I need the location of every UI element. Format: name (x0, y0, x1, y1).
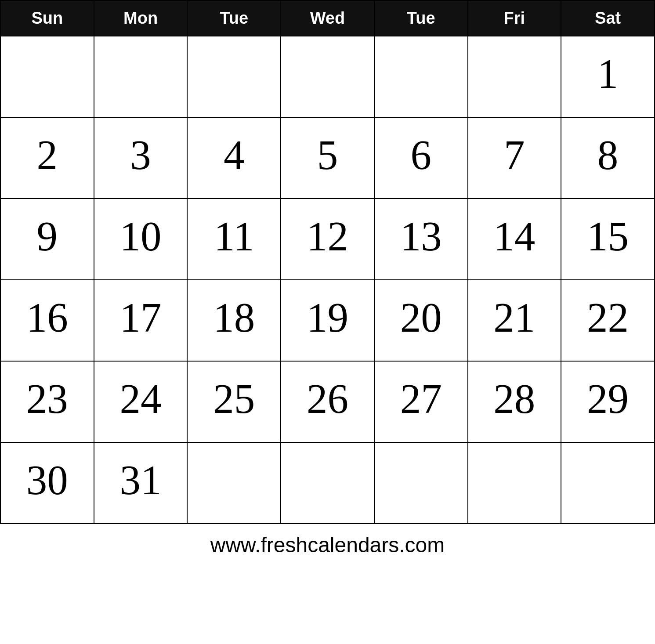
calendar-cell-0-2 (187, 36, 281, 117)
calendar-cell-5-0: 30 (0, 442, 94, 524)
day-number-4: 4 (195, 131, 272, 179)
calendar-cell-3-4: 20 (374, 280, 468, 361)
calendar-cell-5-2 (187, 442, 281, 524)
calendar-cell-4-0: 23 (0, 361, 94, 442)
header-day-mon-1: Mon (94, 0, 188, 36)
day-number-24: 24 (102, 375, 179, 423)
day-number-8: 8 (569, 131, 646, 179)
calendar-cell-0-6: 1 (561, 36, 655, 117)
week-row-1: 2345678 (0, 117, 655, 199)
day-number-9: 9 (9, 212, 86, 260)
calendar-cell-5-6 (561, 442, 655, 524)
calendar-cell-3-2: 18 (187, 280, 281, 361)
calendar-cell-0-4 (374, 36, 468, 117)
week-row-2: 9101112131415 (0, 199, 655, 280)
day-number-27: 27 (383, 375, 460, 423)
calendar-cell-4-3: 26 (281, 361, 374, 442)
day-number-31: 31 (102, 456, 179, 504)
day-number-20: 20 (383, 293, 460, 342)
day-number-21: 21 (476, 293, 553, 342)
calendar-cell-1-0: 2 (0, 117, 94, 199)
day-number-3: 3 (102, 131, 179, 179)
calendar-cell-5-5 (468, 442, 561, 524)
calendar-cell-5-1: 31 (94, 442, 188, 524)
day-number-22: 22 (569, 293, 646, 342)
day-number-7: 7 (476, 131, 553, 179)
calendar-cell-1-4: 6 (374, 117, 468, 199)
calendar-cell-1-3: 5 (281, 117, 374, 199)
day-number-18: 18 (195, 293, 272, 342)
week-row-0: 1 (0, 36, 655, 117)
calendar-container: SunMonTueWedTueFriSat 123456789101112131… (0, 0, 655, 561)
calendar-cell-4-6: 29 (561, 361, 655, 442)
calendar-cell-5-4 (374, 442, 468, 524)
day-number-26: 26 (289, 375, 366, 423)
calendar-cell-1-1: 3 (94, 117, 188, 199)
day-number-29: 29 (569, 375, 646, 423)
calendar-cell-1-2: 4 (187, 117, 281, 199)
day-number-19: 19 (289, 293, 366, 342)
calendar-cell-3-6: 22 (561, 280, 655, 361)
calendar-cell-4-1: 24 (94, 361, 188, 442)
calendar-cell-3-5: 21 (468, 280, 561, 361)
day-number-6: 6 (383, 131, 460, 179)
calendar-cell-1-5: 7 (468, 117, 561, 199)
calendar-cell-2-0: 9 (0, 199, 94, 280)
calendar-cell-3-3: 19 (281, 280, 374, 361)
calendar-cell-5-3 (281, 442, 374, 524)
day-number-10: 10 (102, 212, 179, 260)
day-number-2: 2 (9, 131, 86, 179)
day-number-25: 25 (195, 375, 272, 423)
calendar-cell-0-0 (0, 36, 94, 117)
day-number-12: 12 (289, 212, 366, 260)
calendar-cell-1-6: 8 (561, 117, 655, 199)
calendar-cell-2-2: 11 (187, 199, 281, 280)
calendar-cell-2-5: 14 (468, 199, 561, 280)
week-row-3: 16171819202122 (0, 280, 655, 361)
day-number-5: 5 (289, 131, 366, 179)
header-day-sun-0: Sun (0, 0, 94, 36)
calendar-cell-3-0: 16 (0, 280, 94, 361)
day-number-13: 13 (383, 212, 460, 260)
footer-url: www.freshcalendars.com (0, 524, 655, 561)
day-number-28: 28 (476, 375, 553, 423)
calendar-table: SunMonTueWedTueFriSat 123456789101112131… (0, 0, 655, 524)
header-day-wed-3: Wed (281, 0, 374, 36)
day-number-11: 11 (195, 212, 272, 260)
week-row-5: 3031 (0, 442, 655, 524)
calendar-cell-2-4: 13 (374, 199, 468, 280)
calendar-cell-4-4: 27 (374, 361, 468, 442)
header-day-sat-6: Sat (561, 0, 655, 36)
calendar-cell-4-2: 25 (187, 361, 281, 442)
day-number-16: 16 (9, 293, 86, 342)
calendar-cell-0-3 (281, 36, 374, 117)
calendar-cell-3-1: 17 (94, 280, 188, 361)
header-day-tue-2: Tue (187, 0, 281, 36)
calendar-cell-2-6: 15 (561, 199, 655, 280)
day-number-15: 15 (569, 212, 646, 260)
day-number-30: 30 (9, 456, 86, 504)
day-number-14: 14 (476, 212, 553, 260)
calendar-cell-4-5: 28 (468, 361, 561, 442)
calendar-cell-2-3: 12 (281, 199, 374, 280)
header-day-tue-4: Tue (374, 0, 468, 36)
day-number-1: 1 (569, 50, 646, 98)
day-number-17: 17 (102, 293, 179, 342)
calendar-cell-2-1: 10 (94, 199, 188, 280)
week-row-4: 23242526272829 (0, 361, 655, 442)
day-number-23: 23 (9, 375, 86, 423)
header-row: SunMonTueWedTueFriSat (0, 0, 655, 36)
calendar-cell-0-1 (94, 36, 188, 117)
header-day-fri-5: Fri (468, 0, 561, 36)
calendar-cell-0-5 (468, 36, 561, 117)
